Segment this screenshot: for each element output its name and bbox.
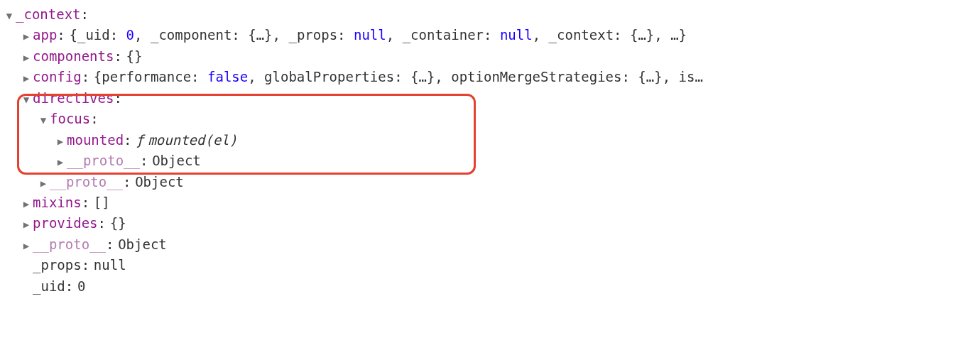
object-preview: performance: false, globalProperties: {…… (102, 67, 662, 87)
preview-value: {…} (248, 27, 272, 43)
preview-value: 0 (126, 27, 134, 43)
preview-value: null (354, 27, 386, 43)
preview-key: _props (288, 27, 337, 43)
node-value: Object (135, 172, 184, 192)
node-key: directives (33, 88, 114, 109)
node-key: focus (50, 109, 90, 129)
node-context[interactable]: ▼ _context: (4, 4, 970, 25)
node-props[interactable]: _props: null (4, 255, 970, 275)
node-value: Object (118, 234, 167, 255)
chevron-down-icon[interactable]: ▼ (21, 94, 31, 104)
node-config[interactable]: ▶ config: { performance: false, globalPr… (4, 67, 970, 87)
chevron-right-icon[interactable]: ▶ (38, 178, 48, 188)
node-directives[interactable]: ▼ directives: (4, 88, 970, 109)
node-key: __proto__ (33, 234, 106, 255)
preview-key: performance (102, 69, 191, 84)
node-key: provides (33, 213, 98, 234)
chevron-right-icon[interactable]: ▶ (21, 73, 31, 83)
node-components[interactable]: ▶ components: {} (4, 46, 970, 67)
preview-key: _context (549, 27, 614, 43)
node-proto-directives[interactable]: ▶ __proto__: Object (4, 172, 970, 192)
preview-value: {…} (410, 69, 435, 84)
preview-key: _uid (77, 27, 110, 43)
function-symbol: ƒ (136, 130, 143, 151)
preview-open: { (70, 25, 77, 45)
node-proto-context[interactable]: ▶ __proto__: Object (4, 234, 970, 255)
node-key: config (33, 67, 82, 87)
object-preview: _uid: 0, _component: {…}, _props: null, … (77, 25, 654, 45)
node-key: app (33, 25, 57, 45)
node-value: [] (94, 192, 110, 213)
chevron-down-icon[interactable]: ▼ (38, 115, 48, 125)
chevron-right-icon[interactable]: ▶ (21, 241, 31, 251)
node-focus[interactable]: ▼ focus: (4, 109, 970, 129)
preview-value: {…} (630, 27, 654, 43)
node-mixins[interactable]: ▶ mixins: [] (4, 192, 970, 213)
node-key: __proto__ (50, 172, 123, 192)
node-value: 0 (77, 276, 85, 297)
preview-value: false (207, 69, 248, 84)
node-value: {} (126, 46, 143, 67)
chevron-right-icon[interactable]: ▶ (55, 157, 65, 167)
node-app[interactable]: ▶ app: { _uid: 0, _component: {…}, _prop… (4, 25, 970, 45)
node-provides[interactable]: ▶ provides: {} (4, 213, 970, 234)
node-value: null (94, 255, 126, 275)
object-tree: ▼ _context: ▶ app: { _uid: 0, _component… (0, 0, 980, 301)
node-key: _context (16, 4, 81, 25)
chevron-down-icon[interactable]: ▼ (4, 11, 14, 21)
preview-value: null (500, 27, 533, 43)
node-proto-focus[interactable]: ▶ __proto__: Object (4, 151, 970, 171)
chevron-right-icon[interactable]: ▶ (21, 53, 31, 62)
node-value: {} (110, 213, 126, 234)
node-key: mounted (67, 130, 124, 151)
node-value: Object (152, 151, 201, 171)
node-uid[interactable]: _uid: 0 (4, 276, 970, 297)
preview-key: _container (403, 27, 484, 43)
chevron-right-icon[interactable]: ▶ (21, 219, 31, 229)
node-key: _props (33, 255, 82, 275)
node-key: __proto__ (67, 151, 140, 171)
chevron-right-icon[interactable]: ▶ (55, 136, 65, 146)
function-signature: mounted(el) (148, 130, 237, 151)
preview-trailing: , is… (663, 67, 703, 87)
preview-open: { (94, 67, 102, 87)
chevron-right-icon[interactable]: ▶ (21, 31, 31, 41)
preview-key: globalProperties (264, 69, 394, 84)
node-key: components (33, 46, 114, 67)
node-key: _uid (33, 276, 65, 297)
preview-key: optionMergeStrategies (451, 69, 621, 84)
node-mounted[interactable]: ▶ mounted: ƒ mounted(el) (4, 130, 970, 151)
preview-value: {…} (638, 69, 662, 84)
chevron-right-icon[interactable]: ▶ (21, 199, 31, 209)
preview-trailing: , …} (654, 25, 687, 45)
node-key: mixins (33, 192, 82, 213)
preview-key: _component (151, 27, 232, 43)
